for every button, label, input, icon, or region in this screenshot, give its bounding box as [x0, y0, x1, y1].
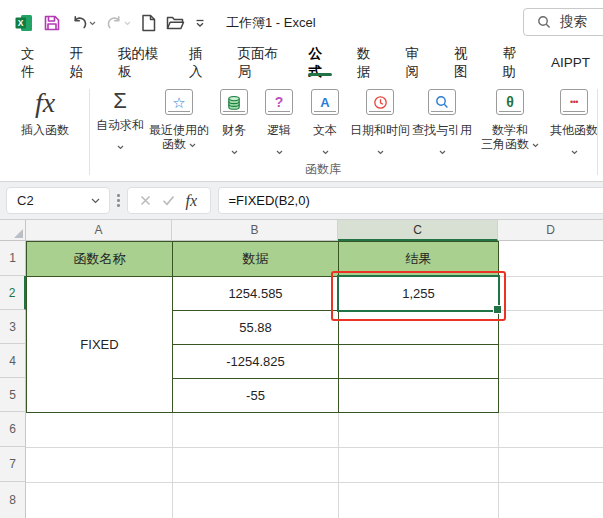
row-header-1[interactable]: 1 — [0, 241, 26, 276]
tab-formulas[interactable]: 公式 — [296, 46, 345, 79]
tab-aippt[interactable]: AIPPT — [538, 46, 603, 79]
search-placeholder: 搜索 — [560, 13, 587, 31]
text-functions-button[interactable]: A 文本 — [301, 89, 349, 159]
tab-file[interactable]: 文件 — [8, 46, 57, 79]
insert-function-button[interactable]: fx 插入函数 — [4, 89, 86, 137]
chevron-down-icon — [231, 141, 238, 159]
column-header-c[interactable]: C — [338, 220, 498, 241]
column-header-a[interactable]: A — [26, 220, 172, 241]
cell-B3[interactable]: 55.88 — [172, 310, 339, 345]
customize-toolbar-icon[interactable] — [190, 15, 210, 32]
name-box[interactable]: C2 — [6, 187, 110, 214]
undo-dropdown-icon[interactable] — [89, 21, 96, 26]
row-header-2[interactable]: 2 — [0, 276, 26, 310]
svg-text:X: X — [18, 18, 24, 28]
enter-check-icon — [162, 195, 175, 206]
coins-icon — [220, 89, 248, 115]
row-header-7[interactable]: 7 — [0, 447, 26, 482]
document-title: 工作簿1 - Excel — [226, 14, 316, 32]
cell-B4[interactable]: -1254.825 — [172, 344, 339, 379]
tab-help[interactable]: 帮助 — [490, 46, 539, 79]
autosum-button[interactable]: Σ 自动求和 — [93, 89, 147, 154]
tab-page-layout[interactable]: 页面布局 — [225, 46, 296, 79]
theta-icon: θ — [496, 89, 524, 115]
math-trig-button[interactable]: θ 数学和 三角函数 — [473, 89, 547, 151]
column-header-d[interactable]: D — [498, 220, 603, 241]
lookup-reference-button[interactable]: 查找与引用 — [411, 89, 473, 159]
name-box-value: C2 — [17, 193, 34, 208]
select-all-corner[interactable] — [0, 220, 26, 241]
chevron-down-icon — [276, 141, 283, 159]
chevron-down-icon — [571, 141, 578, 159]
letter-a-icon: A — [311, 89, 339, 115]
chevron-down-icon — [377, 141, 384, 159]
financial-button[interactable]: 财务 — [211, 89, 257, 159]
chevron-down-icon — [439, 141, 446, 159]
cell-B5[interactable]: -55 — [172, 378, 339, 413]
tab-view[interactable]: 视图 — [441, 46, 490, 79]
new-file-icon[interactable] — [136, 10, 161, 36]
search-icon — [537, 15, 551, 29]
red-annotation-box — [331, 271, 506, 321]
worksheet-grid: A B C D 1 2 3 4 5 6 7 8 函数名称 数据 结果 FIXED… — [0, 220, 603, 518]
row-header-5[interactable]: 5 — [0, 378, 26, 412]
excel-logo-icon: X — [10, 10, 38, 36]
formula-bar-resizer[interactable] — [117, 194, 120, 207]
chevron-down-icon — [532, 137, 539, 151]
tab-insert[interactable]: 插入 — [176, 46, 225, 79]
tab-my-templates[interactable]: 我的模板 — [105, 46, 176, 79]
ribbon-tab-bar: 文件 开始 我的模板 插入 页面布局 公式 数据 审阅 视图 帮助 AIPPT — [0, 46, 603, 79]
gridline — [26, 447, 603, 448]
formula-buttons: fx — [127, 187, 211, 214]
formula-bar: C2 fx =FIXED(B2,0) — [0, 182, 603, 220]
tab-home[interactable]: 开始 — [57, 46, 106, 79]
title-bar: X — [0, 0, 603, 46]
magnifier-icon — [428, 89, 456, 115]
cell-C5[interactable] — [338, 378, 499, 413]
search-input[interactable]: 搜索 — [523, 8, 603, 36]
cell-A1[interactable]: 函数名称 — [26, 241, 173, 277]
sigma-icon: Σ — [113, 90, 127, 112]
row-header-8[interactable]: 8 — [0, 482, 26, 518]
chevron-down-icon — [189, 137, 196, 151]
star-icon: ☆ — [165, 89, 193, 115]
redo-dropdown-icon — [124, 21, 131, 26]
tab-review[interactable]: 审阅 — [393, 46, 442, 79]
cell-B2[interactable]: 1254.585 — [172, 276, 339, 311]
column-header-b[interactable]: B — [172, 220, 338, 241]
logical-button[interactable]: ? 逻辑 — [257, 89, 301, 159]
question-mark-icon: ? — [265, 89, 293, 115]
chevron-down-icon — [117, 136, 124, 154]
cell-A2-A5-merged[interactable]: FIXED — [26, 276, 173, 413]
row-header-4[interactable]: 4 — [0, 344, 26, 378]
ribbon: fx 插入函数 Σ 自动求和 ☆ 最近使用的 函数 — [0, 79, 603, 182]
formula-text: =FIXED(B2,0) — [229, 193, 310, 208]
chevron-down-icon — [322, 141, 329, 159]
undo-icon[interactable] — [66, 11, 101, 35]
tab-data[interactable]: 数据 — [344, 46, 393, 79]
ellipsis-icon: ••• — [560, 89, 588, 115]
save-icon[interactable] — [38, 10, 66, 36]
gridline — [26, 482, 603, 483]
clock-icon — [366, 89, 394, 115]
insert-function-fx-icon[interactable]: fx — [186, 192, 198, 210]
cell-B1[interactable]: 数据 — [172, 241, 339, 277]
open-folder-icon[interactable] — [161, 11, 190, 35]
fx-icon: fx — [35, 89, 55, 117]
formula-input[interactable]: =FIXED(B2,0) — [218, 187, 603, 214]
date-time-button[interactable]: 日期和时间 — [349, 89, 411, 159]
redo-icon — [101, 11, 136, 35]
row-header-6[interactable]: 6 — [0, 412, 26, 447]
function-library-group-label: 函数库 — [88, 161, 558, 178]
name-box-chevron-icon[interactable] — [91, 198, 100, 204]
quick-access-toolbar: X — [10, 10, 210, 36]
recent-functions-button[interactable]: ☆ 最近使用的 函数 — [147, 89, 211, 151]
more-functions-button[interactable]: ••• 其他函数 — [547, 89, 601, 159]
cancel-icon — [140, 195, 151, 206]
row-header-3[interactable]: 3 — [0, 310, 26, 344]
cell-C4[interactable] — [338, 344, 499, 379]
